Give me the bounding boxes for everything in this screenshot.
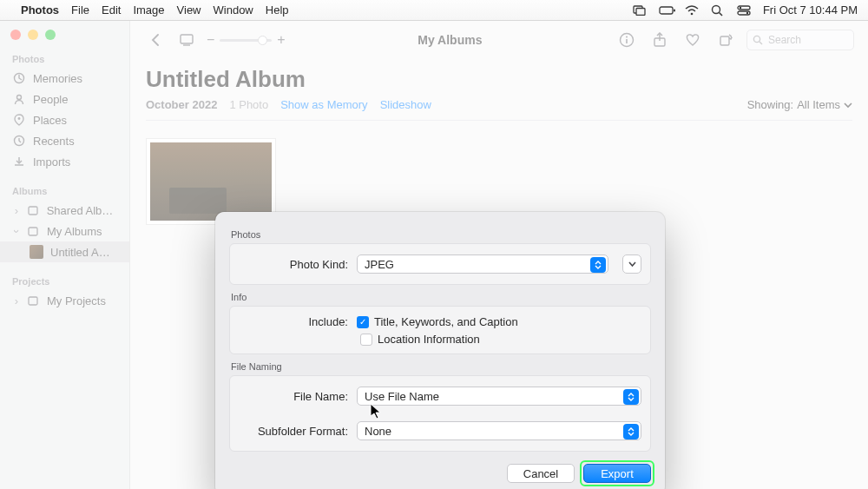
include-label: Include: — [239, 315, 348, 328]
menu-bar: Photos File Edit Image View Window Help … — [0, 0, 868, 21]
menu-file[interactable]: File — [71, 3, 89, 17]
sidebar-item-places[interactable]: Places — [0, 109, 129, 130]
sidebar-item-recents[interactable]: Recents — [0, 130, 129, 151]
back-button[interactable] — [144, 29, 167, 51]
select-caret-icon — [590, 257, 606, 273]
photo-count: 1 Photo — [229, 98, 268, 111]
battery-icon[interactable] — [659, 5, 673, 16]
photos-group-label: Photos — [231, 229, 651, 240]
imports-icon — [12, 155, 26, 169]
svg-point-4 — [691, 12, 694, 15]
projects-icon — [26, 294, 40, 307]
spotlight-icon[interactable] — [711, 4, 725, 17]
showing-filter[interactable]: Showing: All Items — [747, 98, 852, 111]
close-window-button[interactable] — [10, 30, 21, 40]
zoom-out-icon: − — [207, 32, 214, 48]
chevron-right-icon[interactable]: › — [12, 294, 21, 307]
search-placeholder: Search — [768, 34, 801, 46]
svg-point-24 — [753, 36, 760, 42]
menu-view[interactable]: View — [177, 3, 201, 17]
svg-point-13 — [18, 117, 21, 120]
file-name-select[interactable]: Use File Name — [357, 387, 641, 406]
sidebar-item-my-albums[interactable]: › My Albums — [0, 221, 129, 241]
search-icon — [753, 35, 763, 45]
svg-point-10 — [746, 11, 748, 13]
search-field[interactable]: Search — [746, 30, 854, 50]
sidebar-item-people[interactable]: People — [0, 89, 129, 109]
zoom-in-icon: + — [277, 32, 285, 48]
menu-window[interactable]: Window — [214, 3, 253, 17]
svg-point-8 — [740, 6, 741, 8]
album-date: October 2022 — [146, 98, 217, 111]
sidebar-header-photos: Photos — [0, 52, 129, 68]
app-menu[interactable]: Photos — [21, 3, 59, 17]
sidebar-item-shared-albums[interactable]: › Shared Albu… — [0, 200, 129, 221]
include-title-label: Title, Keywords, and Caption — [374, 315, 518, 328]
favorite-button[interactable] — [681, 28, 705, 52]
info-group-label: Info — [231, 292, 651, 302]
svg-point-20 — [626, 36, 628, 38]
sidebar-header-projects: Projects — [0, 274, 129, 290]
people-icon — [12, 92, 26, 106]
info-button[interactable] — [615, 28, 639, 52]
svg-rect-16 — [29, 228, 37, 235]
menu-edit[interactable]: Edit — [102, 3, 121, 17]
menu-help[interactable]: Help — [266, 3, 289, 17]
svg-point-12 — [17, 96, 22, 100]
sidebar-item-imports[interactable]: Imports — [0, 151, 129, 172]
toolbar: − + My Albums Search — [130, 21, 868, 59]
cancel-button[interactable]: Cancel — [507, 464, 575, 483]
include-location-checkbox[interactable] — [360, 334, 372, 346]
svg-line-25 — [760, 42, 762, 44]
share-button[interactable] — [648, 28, 672, 52]
wifi-icon[interactable] — [685, 5, 699, 16]
file-name-label: File Name: — [239, 390, 348, 403]
zoom-window-button[interactable] — [45, 30, 56, 40]
sidebar-header-albums: Albums — [0, 184, 129, 200]
include-location-label: Location Information — [378, 333, 480, 346]
photo-kind-select[interactable]: JPEG — [357, 254, 608, 274]
rotate-button[interactable] — [713, 28, 738, 52]
show-as-memory-link[interactable]: Show as Memory — [280, 98, 367, 111]
album-thumbnail-icon — [30, 245, 43, 259]
subfolder-select[interactable]: None — [357, 421, 641, 440]
subfolder-label: Subfolder Format: — [239, 425, 348, 438]
svg-rect-1 — [636, 8, 645, 15]
slideshow-link[interactable]: Slideshow — [380, 98, 431, 111]
sidebar-item-my-projects[interactable]: › My Projects — [0, 290, 129, 311]
chevron-down-icon[interactable]: › — [10, 227, 23, 235]
photo-kind-disclosure-button[interactable] — [622, 254, 641, 274]
mouse-cursor-icon — [370, 403, 382, 420]
menu-image[interactable]: Image — [133, 3, 164, 17]
svg-rect-15 — [29, 207, 37, 215]
export-button[interactable]: Export — [583, 464, 651, 483]
recents-icon — [12, 134, 26, 148]
aspect-toggle[interactable] — [175, 33, 198, 47]
shared-album-icon — [26, 203, 40, 217]
control-center-icon[interactable] — [737, 5, 751, 16]
sidebar: Photos Memories People Places Recents Im… — [0, 21, 130, 489]
sidebar-item-untitled-album[interactable]: Untitled A… — [0, 241, 129, 262]
sidebar-item-memories[interactable]: Memories — [0, 68, 129, 89]
places-icon — [12, 113, 26, 127]
photo-kind-label: Photo Kind: — [239, 258, 348, 271]
include-title-checkbox[interactable]: ✓ — [357, 316, 369, 328]
minimize-window-button[interactable] — [28, 30, 38, 40]
zoom-slider[interactable]: − + — [207, 32, 286, 48]
window-traffic-lights — [10, 30, 56, 40]
photos-window: Photos Memories People Places Recents Im… — [0, 21, 868, 489]
chevron-right-icon[interactable]: › — [12, 204, 21, 217]
file-naming-group-label: File Naming — [231, 361, 651, 372]
menubar-clock[interactable]: Fri Oct 7 10:44 PM — [763, 3, 858, 17]
svg-rect-2 — [660, 7, 673, 14]
svg-rect-21 — [626, 39, 628, 43]
export-dialog: Photos Photo Kind: JPEG Info Include: — [215, 212, 665, 489]
svg-point-5 — [712, 5, 720, 13]
svg-line-6 — [719, 12, 722, 16]
display-icon[interactable] — [633, 5, 647, 16]
svg-rect-18 — [181, 35, 193, 43]
svg-rect-17 — [29, 297, 37, 305]
select-caret-icon — [623, 424, 639, 439]
select-caret-icon — [623, 389, 639, 405]
chevron-down-icon — [844, 102, 852, 109]
